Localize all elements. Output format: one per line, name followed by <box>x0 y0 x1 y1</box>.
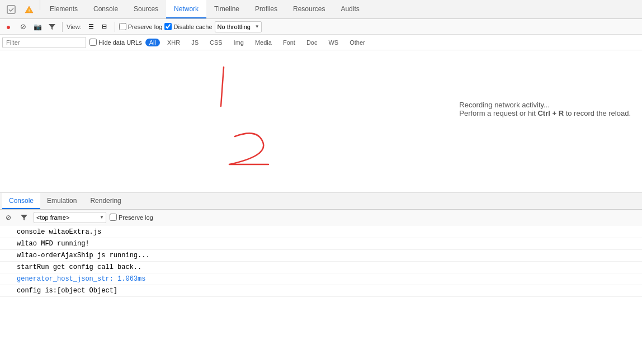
recording-message: Recording network activity... Perform a … <box>459 101 631 117</box>
filter-type-css[interactable]: CSS <box>206 39 226 46</box>
view-grid-button[interactable]: ⊟ <box>98 21 111 33</box>
filter-type-js[interactable]: JS <box>187 39 202 46</box>
console-link-line[interactable]: generator_host_json_str: 1.063ms <box>0 273 642 285</box>
filter-type-all[interactable]: All <box>145 39 160 46</box>
warning-icon[interactable]: ! <box>20 0 38 18</box>
filter-type-font[interactable]: Font <box>279 39 299 46</box>
console-preserve-log-checkbox[interactable] <box>110 214 117 221</box>
filter-type-media[interactable]: Media <box>251 39 276 46</box>
svg-rect-0 <box>7 6 15 13</box>
record-button[interactable]: ● <box>2 21 15 33</box>
filter-type-xhr[interactable]: XHR <box>163 39 184 46</box>
tab-network[interactable]: Network <box>166 0 206 18</box>
filter-type-img[interactable]: Img <box>230 39 248 46</box>
view-label: View: <box>67 23 82 30</box>
tab-timeline[interactable]: Timeline <box>206 0 247 18</box>
view-toggle: ☰ ⊟ <box>85 21 111 33</box>
console-line: config is:[object Object] <box>0 285 642 297</box>
toolbar-divider-1 <box>62 22 63 32</box>
filter-button[interactable] <box>46 21 58 33</box>
console-line: startRun get config call back.. <box>0 262 642 273</box>
hint-text: Perform a request or hit Ctrl + R to rec… <box>459 109 631 117</box>
hide-data-urls-checkbox[interactable] <box>89 39 97 46</box>
console-line: wltao-orderAjaxShip js running... <box>0 250 642 262</box>
recording-text: Recording network activity... <box>459 101 631 109</box>
tab-elements[interactable]: Elements <box>42 0 86 18</box>
console-toolbar: ⊘ <top frame> Preserve log <box>0 210 642 225</box>
toolbar-divider-2 <box>115 22 115 32</box>
throttle-select[interactable]: No throttling <box>215 21 262 32</box>
filter-type-other[interactable]: Other <box>346 39 369 46</box>
tab-console[interactable]: Console <box>86 0 126 18</box>
tab-audits[interactable]: Audits <box>333 0 367 18</box>
frame-select-wrapper: <top frame> <box>34 212 106 223</box>
throttle-wrapper: No throttling <box>215 21 262 32</box>
bottom-tab-console[interactable]: Console <box>2 193 40 209</box>
network-main-area: Recording network activity... Perform a … <box>0 50 642 193</box>
hint-prefix: Perform a request or hit <box>459 109 537 117</box>
filter-input[interactable] <box>2 37 86 48</box>
tab-resources[interactable]: Resources <box>285 0 333 18</box>
bottom-tab-rendering[interactable]: Rendering <box>83 193 128 209</box>
tab-profiles[interactable]: Profiles <box>247 0 285 18</box>
screenshot-button[interactable]: 📷 <box>31 21 44 33</box>
view-list-button[interactable]: ☰ <box>85 21 97 33</box>
network-toolbar: ● ⊘ 📷 View: ☰ ⊟ Preserve log Disable cac… <box>0 19 642 35</box>
bottom-tab-emulation[interactable]: Emulation <box>40 193 83 209</box>
bottom-tab-bar: Console Emulation Rendering <box>0 193 642 210</box>
console-line: wltao MFD running! <box>0 238 642 250</box>
svg-text:!: ! <box>29 8 30 13</box>
frame-select[interactable]: <top frame> <box>34 212 106 223</box>
filter-row: Hide data URLs All XHR JS CSS Img Media … <box>0 35 642 50</box>
filter-type-ws[interactable]: WS <box>324 39 342 46</box>
top-tab-bar: ! Elements Console Sources Network Timel… <box>0 0 642 19</box>
preserve-log-checkbox[interactable] <box>119 23 126 30</box>
hide-data-urls-label[interactable]: Hide data URLs <box>89 39 142 46</box>
clear-button[interactable]: ⊘ <box>17 21 29 33</box>
console-output: console wltaoExtra.js wltao MFD running!… <box>0 225 642 364</box>
hint-shortcut: Ctrl + R <box>537 109 564 117</box>
filter-type-doc[interactable]: Doc <box>303 39 322 46</box>
console-clear-button[interactable]: ⊘ <box>2 211 15 224</box>
preserve-log-label[interactable]: Preserve log <box>119 23 163 30</box>
disable-cache-label[interactable]: Disable cache <box>164 23 212 30</box>
devtools-icon[interactable] <box>2 0 20 18</box>
console-preserve-log-label[interactable]: Preserve log <box>110 214 153 221</box>
tab-sources[interactable]: Sources <box>126 0 166 18</box>
console-line: console wltaoExtra.js <box>0 226 642 238</box>
disable-cache-checkbox[interactable] <box>164 23 172 30</box>
hint-suffix: to record the reload. <box>564 109 631 117</box>
svg-line-3 <box>221 67 224 106</box>
console-filter-button[interactable] <box>18 211 30 224</box>
